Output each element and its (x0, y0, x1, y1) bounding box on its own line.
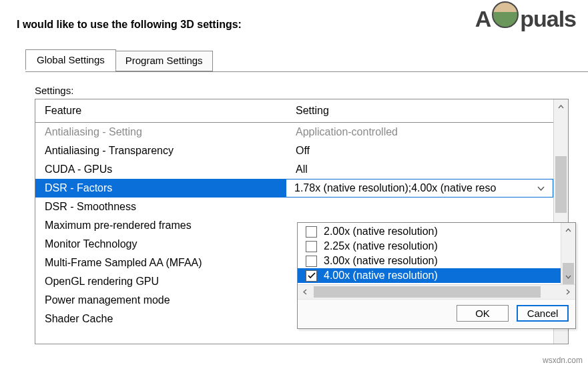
checkbox-checked-icon[interactable] (306, 270, 317, 282)
dropdown-option[interactable]: 3.00x (native resolution) (298, 254, 561, 268)
attribution-text: wsxdn.com (543, 356, 583, 365)
cell-setting: Application-controlled (286, 123, 553, 141)
scrollbar-thumb[interactable] (314, 286, 541, 298)
cell-feature: Multi-Frame Sampled AA (MFAA) (35, 254, 286, 272)
cell-feature: CUDA - GPUs (35, 160, 286, 179)
table-row[interactable]: Antialiasing - Transparency Off (35, 141, 553, 160)
cell-feature: Maximum pre-rendered frames (35, 216, 286, 235)
cell-feature: DSR - Smoothness (35, 198, 286, 216)
cell-feature: Shader Cache (35, 310, 286, 328)
column-feature[interactable]: Feature (35, 99, 286, 122)
table-row[interactable]: DSR - Smoothness (35, 198, 553, 216)
dsr-factors-options-popup: 2.00x (native resolution) 2.25x (native … (297, 222, 576, 329)
scroll-down-icon[interactable] (561, 270, 575, 284)
option-label: 2.00x (native resolution) (324, 226, 438, 238)
checkbox-unchecked-icon[interactable] (306, 256, 317, 267)
scroll-left-icon[interactable] (298, 285, 312, 299)
scrollbar-thumb[interactable] (555, 156, 567, 213)
watermark-text-a: A (475, 6, 491, 32)
cell-feature: DSR - Factors (35, 179, 286, 198)
checkbox-unchecked-icon[interactable] (306, 241, 317, 252)
ok-button[interactable]: OK (457, 305, 509, 322)
cell-feature: Power management mode (35, 291, 286, 310)
dropdown-option[interactable]: 2.00x (native resolution) (298, 224, 561, 239)
dsr-factors-dropdown[interactable]: 1.78x (native resolution);4.00x (native … (286, 179, 553, 197)
table-row[interactable]: CUDA - GPUs All (35, 160, 553, 179)
option-label: 4.00x (native resolution) (324, 270, 438, 282)
cancel-button[interactable]: Cancel (517, 305, 569, 322)
watermark-text-puals: puals (520, 6, 576, 32)
table-row[interactable]: Antialiasing - Setting Application-contr… (35, 123, 553, 141)
checkbox-unchecked-icon[interactable] (306, 226, 317, 238)
settings-label: Settings: (35, 85, 588, 96)
dropdown-option[interactable]: 2.25x (native resolution) (298, 239, 561, 254)
cell-setting: Off (286, 141, 553, 160)
scroll-up-icon[interactable] (561, 223, 575, 238)
tab-global-settings[interactable]: Global Settings (25, 49, 116, 70)
scroll-up-icon[interactable] (554, 99, 568, 114)
table-row-dsr-factors[interactable]: DSR - Factors 1.78x (native resolution);… (35, 179, 553, 198)
cell-feature: OpenGL rendering GPU (35, 272, 286, 291)
cell-feature: Antialiasing - Transparency (35, 141, 286, 160)
cell-setting (286, 198, 553, 216)
dropdown-option-selected[interactable]: 4.00x (native resolution) (298, 268, 561, 283)
option-label: 3.00x (native resolution) (324, 255, 438, 267)
popup-vertical-scrollbar[interactable] (561, 223, 575, 284)
column-setting[interactable]: Setting (286, 99, 553, 122)
chevron-down-icon (537, 184, 545, 193)
popup-horizontal-scrollbar[interactable] (298, 284, 575, 299)
cell-feature: Antialiasing - Setting (35, 123, 286, 141)
dropdown-value: 1.78x (native resolution);4.00x (native … (294, 182, 496, 194)
option-label: 2.25x (native resolution) (324, 240, 438, 252)
watermark-logo: A puals (475, 5, 576, 32)
tab-program-settings[interactable]: Program Settings (115, 51, 213, 71)
table-header: Feature Setting (35, 99, 553, 123)
cell-setting: All (286, 160, 553, 179)
scroll-right-icon[interactable] (561, 285, 575, 299)
cell-feature: Monitor Technology (35, 235, 286, 254)
avatar-icon (492, 1, 519, 28)
